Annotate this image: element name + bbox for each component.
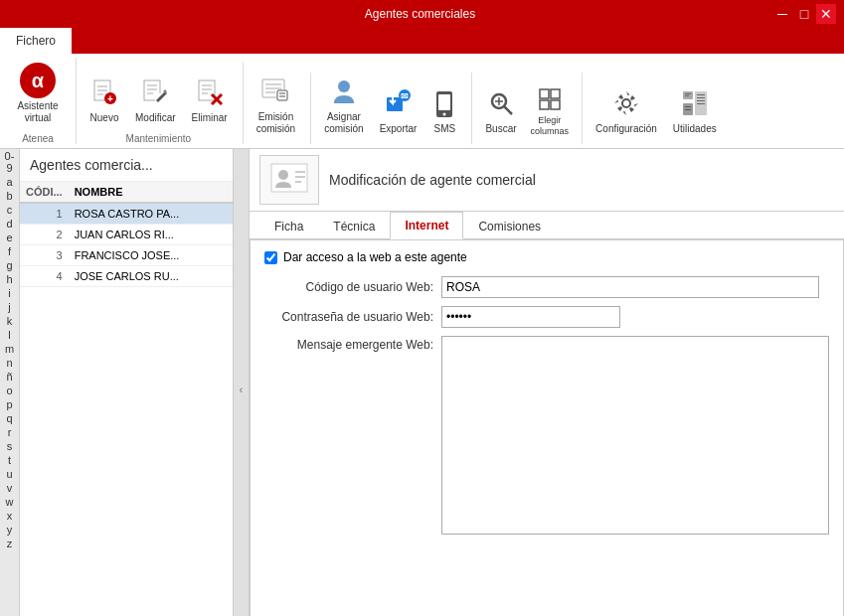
- agent-name: FRANCISCO JOSE...: [69, 245, 233, 266]
- asignar-button[interactable]: Asignarcomisión: [317, 73, 370, 140]
- alpha-item-y[interactable]: y: [0, 523, 19, 537]
- tab-ficha[interactable]: Ficha: [259, 212, 318, 239]
- col-header-codigo: CÓDI...: [20, 182, 69, 203]
- nuevo-label: Nuevo: [90, 112, 119, 124]
- codigo-usuario-input[interactable]: [441, 276, 819, 298]
- alpha-item-g[interactable]: g: [0, 258, 19, 272]
- ribbon-tab-bar: Fichero: [0, 28, 844, 54]
- eliminar-button[interactable]: Eliminar: [185, 62, 235, 129]
- web-access-checkbox[interactable]: [264, 251, 277, 264]
- alpha-item-c[interactable]: c: [0, 203, 19, 217]
- utilidades-button[interactable]: Utilidades: [666, 73, 724, 140]
- alpha-item-n[interactable]: n: [0, 356, 19, 370]
- mensaje-emergente-row: Mensaje emergente Web:: [264, 336, 829, 535]
- alpha-item-s[interactable]: s: [0, 439, 19, 453]
- buscar-label: Buscar: [485, 123, 516, 135]
- emision-label: Emisióncomisión: [256, 111, 295, 135]
- configuracion-button[interactable]: Configuración: [589, 73, 664, 140]
- contrasena-usuario-row: Contraseña de usuario Web:: [264, 306, 829, 328]
- table-row[interactable]: 1 ROSA CASTRO PA...: [20, 203, 233, 225]
- elegir-columnas-button[interactable]: Elegircolumnas: [526, 73, 575, 140]
- svg-text:✉: ✉: [401, 91, 409, 101]
- alpha-item-u[interactable]: u: [0, 467, 19, 481]
- ribbon-tab-fichero[interactable]: Fichero: [0, 28, 72, 54]
- ribbon-group-mantenimiento: + Nuevo: [83, 62, 244, 144]
- agent-name: JUAN CARLOS RI...: [69, 225, 233, 245]
- utilidades-icon: [681, 89, 709, 121]
- modificar-label: Modificar: [135, 112, 176, 124]
- svg-rect-37: [551, 89, 560, 98]
- close-button[interactable]: ✕: [816, 4, 836, 24]
- table-row[interactable]: 3 FRANCISCO JOSE...: [20, 245, 233, 266]
- modificar-button[interactable]: Modificar: [128, 62, 183, 129]
- detail-tab-bar: Ficha Técnica Internet Comisiones: [250, 212, 844, 239]
- group-label-atenea: Atenea: [22, 133, 54, 144]
- table-row[interactable]: 4 JOSE CARLOS RU...: [20, 266, 233, 287]
- asistente-label: Asistentevirtual: [17, 100, 58, 124]
- collapse-panel-arrow[interactable]: ‹: [234, 149, 250, 616]
- left-panel-title: Agentes comercia...: [20, 149, 233, 182]
- tab-tecnica[interactable]: Técnica: [318, 212, 390, 239]
- contrasena-usuario-input[interactable]: [441, 306, 620, 328]
- ribbon: Fichero α Asistentevirtual Atenea: [0, 28, 844, 149]
- asistente-virtual-button[interactable]: α Asistentevirtual: [8, 58, 68, 129]
- group-label-mantenimiento: Mantenimiento: [126, 133, 192, 144]
- svg-rect-45: [697, 94, 705, 95]
- agent-code: 1: [20, 203, 69, 225]
- alpha-item-e[interactable]: e: [0, 231, 19, 244]
- alpha-item-h[interactable]: h: [0, 272, 19, 286]
- alpha-item-i[interactable]: i: [0, 286, 19, 300]
- alpha-item-v[interactable]: v: [0, 481, 19, 495]
- mensaje-emergente-input[interactable]: [441, 336, 829, 535]
- exportar-button[interactable]: ✉ Exportar: [373, 73, 424, 140]
- eliminar-label: Eliminar: [192, 112, 228, 124]
- agent-name: JOSE CARLOS RU...: [69, 266, 233, 287]
- alpha-item-q[interactable]: q: [0, 411, 19, 425]
- alpha-item-t[interactable]: t: [0, 453, 19, 467]
- svg-rect-42: [685, 93, 691, 94]
- minimize-button[interactable]: ─: [772, 4, 792, 24]
- checkbox-web-access-row: Dar acceso a la web a este agente: [264, 250, 829, 264]
- window-title: Agentes comerciales: [68, 7, 772, 21]
- modificar-icon: [141, 78, 169, 110]
- alpha-item-ñ[interactable]: ñ: [0, 370, 19, 384]
- alpha-item-w[interactable]: w: [0, 495, 19, 509]
- alpha-item-d[interactable]: d: [0, 217, 19, 231]
- agents-table: CÓDI... NOMBRE 1 ROSA CASTRO PA... 2 JUA…: [20, 182, 233, 616]
- alpha-item-j[interactable]: j: [0, 300, 19, 314]
- codigo-usuario-row: Código de usuario Web:: [264, 276, 829, 298]
- alpha-item-0-9[interactable]: 0-9: [0, 149, 19, 175]
- svg-rect-43: [685, 95, 689, 96]
- emision-button[interactable]: Emisióncomisión: [250, 73, 302, 140]
- sms-label: SMS: [434, 123, 456, 135]
- asignar-label: Asignarcomisión: [324, 111, 363, 135]
- alpha-item-p[interactable]: p: [0, 397, 19, 411]
- alpha-item-r[interactable]: r: [0, 425, 19, 439]
- alpha-item-k[interactable]: k: [0, 314, 19, 328]
- alpha-item-l[interactable]: l: [0, 328, 19, 342]
- alpha-item-m[interactable]: m: [0, 342, 19, 356]
- svg-rect-46: [697, 97, 705, 98]
- alpha-item-z[interactable]: z: [0, 537, 19, 550]
- maximize-button[interactable]: □: [794, 4, 814, 24]
- table-row[interactable]: 2 JUAN CARLOS RI...: [20, 225, 233, 245]
- title-bar: Agentes comerciales ─ □ ✕: [0, 0, 844, 28]
- ribbon-group-acciones: Asignarcomisión ✉ Exportar: [317, 73, 472, 144]
- emision-icon: [260, 76, 290, 109]
- svg-rect-21: [276, 89, 288, 101]
- sms-button[interactable]: SMS: [425, 73, 463, 140]
- alpha-item-b[interactable]: b: [0, 189, 19, 203]
- alpha-item-a[interactable]: a: [0, 175, 19, 189]
- alpha-item-f[interactable]: f: [0, 244, 19, 258]
- ribbon-group-emision: Emisióncomisión: [250, 73, 311, 144]
- svg-rect-51: [685, 109, 691, 110]
- tab-comisiones[interactable]: Comisiones: [463, 212, 556, 239]
- nuevo-icon: +: [90, 78, 118, 110]
- nuevo-button[interactable]: + Nuevo: [83, 62, 126, 129]
- elegir-label: Elegircolumnas: [531, 115, 570, 137]
- alpha-item-o[interactable]: o: [0, 384, 19, 397]
- alpha-item-x[interactable]: x: [0, 509, 19, 523]
- tab-internet[interactable]: Internet: [390, 212, 463, 239]
- sidebar-alphabet: 0-9abcdefghijklmnñopqrstuvwxyz: [0, 149, 20, 616]
- buscar-button[interactable]: Buscar: [478, 73, 523, 140]
